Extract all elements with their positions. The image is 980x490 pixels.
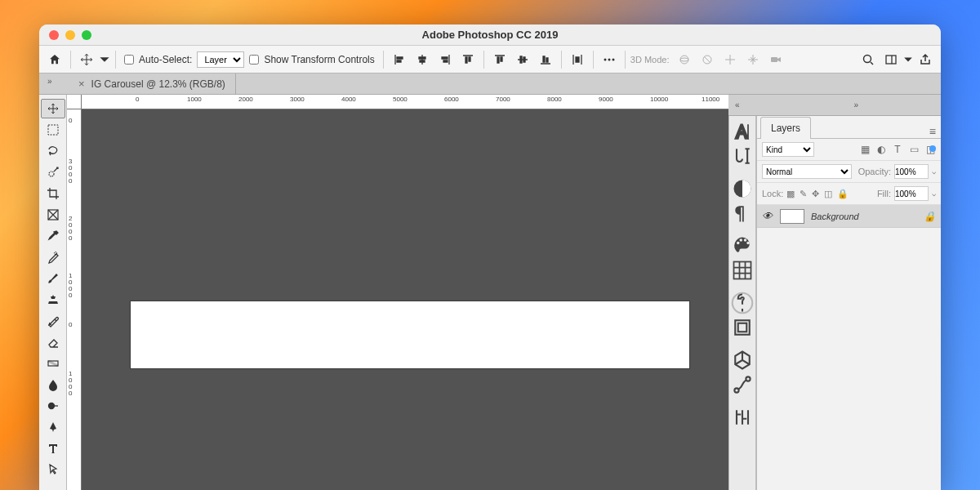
svg-point-2 <box>612 58 614 60</box>
share-icon[interactable] <box>915 49 936 70</box>
move-tool[interactable] <box>41 99 65 118</box>
svg-rect-6 <box>771 57 777 62</box>
layer-name[interactable]: Background <box>811 212 859 221</box>
more-options-icon[interactable] <box>599 49 620 70</box>
workspace-dropdown[interactable] <box>903 49 913 70</box>
character-panel-icon[interactable] <box>731 121 754 142</box>
adjustments-panel-icon[interactable] <box>731 178 754 199</box>
history-brush-tool[interactable] <box>41 311 65 331</box>
path-selection-tool[interactable] <box>41 460 65 479</box>
lock-image-icon[interactable]: ✎ <box>800 189 807 199</box>
lasso-tool[interactable] <box>41 141 65 161</box>
quick-select-tool[interactable] <box>41 163 65 182</box>
orbit-3d-icon[interactable] <box>674 49 695 70</box>
opacity-dropdown-icon[interactable]: ⌵ <box>932 167 936 176</box>
camera-3d-icon[interactable] <box>765 49 786 70</box>
eyedropper-tool[interactable] <box>41 226 65 246</box>
libraries-panel-icon[interactable] <box>731 317 754 338</box>
align-h-center-icon[interactable] <box>412 49 433 70</box>
document-tab[interactable]: × IG Carousel @ 12.3% (RGB/8) <box>69 74 236 94</box>
frame-tool[interactable] <box>41 205 65 225</box>
document-canvas[interactable] <box>131 301 689 368</box>
align-top-icon[interactable] <box>457 49 479 70</box>
fill-dropdown-icon[interactable]: ⌵ <box>932 189 936 198</box>
glyphs-panel-icon[interactable] <box>731 145 754 167</box>
align-v-top-icon[interactable] <box>489 49 510 70</box>
paragraph-panel-icon[interactable] <box>731 203 754 224</box>
pen-tool[interactable] <box>41 417 65 437</box>
ruler-origin[interactable] <box>67 95 82 109</box>
blend-mode-select[interactable]: Normal <box>762 164 852 179</box>
layer-lock-icon[interactable]: 🔒 <box>924 211 936 222</box>
pan-3d-icon[interactable] <box>719 49 741 70</box>
fill-label: Fill: <box>877 189 891 198</box>
layer-row[interactable]: 👁 Background 🔒 <box>757 205 941 228</box>
eraser-tool[interactable] <box>41 332 65 352</box>
filter-type-icon[interactable]: T <box>892 144 903 155</box>
show-transform-input[interactable] <box>249 55 259 65</box>
lock-artboard-icon[interactable]: ◫ <box>824 189 832 199</box>
separator <box>625 51 626 69</box>
close-tab-icon[interactable]: × <box>78 78 85 90</box>
align-right-icon[interactable] <box>434 49 456 70</box>
expand-left-dock-icon[interactable]: « <box>735 100 740 109</box>
auto-select-target-select[interactable]: Layer <box>197 51 244 68</box>
workspace-switcher-icon[interactable] <box>880 49 902 70</box>
app-window: Adobe Photoshop CC 2019 Auto-Select: Lay… <box>39 24 941 490</box>
svg-point-3 <box>680 56 688 64</box>
svg-point-0 <box>604 58 606 60</box>
3d-panel-icon[interactable] <box>731 350 754 371</box>
dodge-tool[interactable] <box>41 396 65 416</box>
blur-tool[interactable] <box>41 375 65 394</box>
horizontal-ruler[interactable]: 0100020003000400050006000700080009000100… <box>67 95 728 109</box>
search-icon[interactable] <box>858 49 879 70</box>
canvas-viewport[interactable] <box>82 109 728 490</box>
svg-rect-8 <box>886 56 896 64</box>
show-transform-checkbox[interactable]: Show Transform Controls <box>249 54 374 65</box>
visibility-toggle-icon[interactable]: 👁 <box>762 210 773 222</box>
align-v-bottom-icon[interactable] <box>535 49 556 70</box>
home-button[interactable] <box>44 49 65 70</box>
filter-kind-select[interactable]: Kind <box>762 142 814 157</box>
filter-shape-icon[interactable]: ▭ <box>908 144 920 155</box>
color-panel-icon[interactable] <box>731 235 754 256</box>
clone-stamp-tool[interactable] <box>41 290 65 310</box>
auto-select-checkbox[interactable]: Auto-Select: <box>124 54 192 65</box>
gradient-tool[interactable] <box>41 354 65 373</box>
filter-adjustment-icon[interactable]: ◐ <box>875 144 887 155</box>
close-window-button[interactable] <box>49 30 59 40</box>
align-v-center-icon[interactable] <box>512 49 533 70</box>
lock-all-icon[interactable]: 🔒 <box>837 189 849 199</box>
layer-thumbnail[interactable] <box>780 209 804 224</box>
zoom-window-button[interactable] <box>82 30 91 40</box>
roll-3d-icon[interactable] <box>697 49 718 70</box>
lock-position-icon[interactable]: ✥ <box>812 189 819 199</box>
tool-preset-dropdown[interactable] <box>99 49 110 70</box>
distribute-icon[interactable] <box>567 49 588 70</box>
expand-tabs-icon[interactable]: » <box>47 77 52 86</box>
opacity-input[interactable] <box>894 164 929 179</box>
svg-rect-9 <box>48 125 58 135</box>
learn-panel-icon[interactable] <box>731 292 754 314</box>
paths-panel-icon[interactable] <box>731 374 754 395</box>
filter-pixel-icon[interactable]: ▦ <box>859 144 871 155</box>
svg-point-10 <box>49 172 54 176</box>
swatches-panel-icon[interactable] <box>731 260 754 281</box>
type-tool[interactable] <box>41 439 65 458</box>
minimize-window-button[interactable] <box>65 30 75 40</box>
panel-menu-icon[interactable]: ≡ <box>929 125 936 138</box>
expand-right-dock-icon[interactable]: » <box>854 100 859 109</box>
layers-tab[interactable]: Layers <box>760 117 811 139</box>
brush-tool[interactable] <box>41 269 65 288</box>
move-tool-indicator-icon[interactable] <box>76 49 97 70</box>
align-left-icon[interactable] <box>389 49 410 70</box>
crop-tool[interactable] <box>41 184 65 203</box>
slide-3d-icon[interactable] <box>742 49 764 70</box>
channels-panel-icon[interactable] <box>731 407 754 428</box>
vertical-ruler[interactable]: 030002000100001000 <box>67 109 82 490</box>
healing-brush-tool[interactable] <box>41 247 65 267</box>
auto-select-input[interactable] <box>124 55 134 65</box>
lock-transparency-icon[interactable]: ▩ <box>786 189 795 199</box>
fill-input[interactable] <box>894 186 929 201</box>
marquee-tool[interactable] <box>41 120 65 140</box>
